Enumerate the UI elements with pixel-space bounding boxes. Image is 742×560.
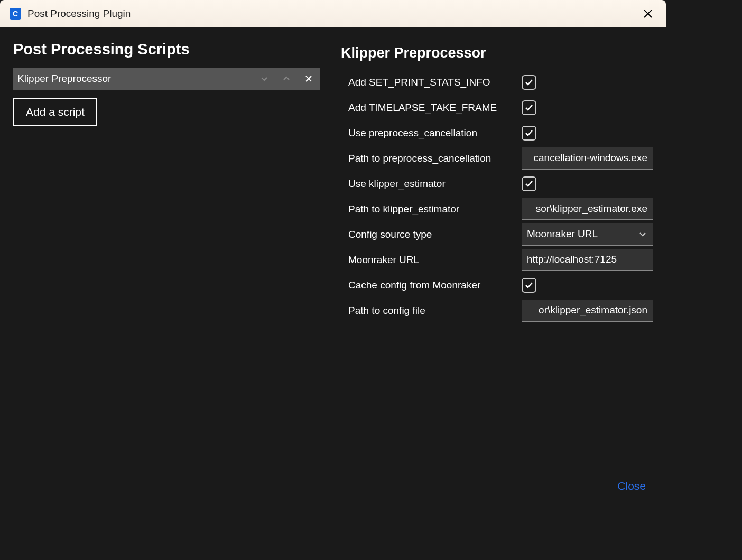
setting-label: Add SET_PRINT_STATS_INFO bbox=[348, 77, 522, 88]
window-close-button[interactable] bbox=[639, 5, 656, 22]
close-icon bbox=[304, 74, 313, 83]
chevron-down-icon bbox=[260, 74, 268, 83]
scripts-panel: Post Processing Scripts Klipper Preproce… bbox=[13, 41, 320, 454]
setting-label: Add TIMELAPSE_TAKE_FRAME bbox=[348, 102, 522, 114]
setting-row-add_set_print_stats_info: Add SET_PRINT_STATS_INFO bbox=[341, 70, 653, 95]
setting-label: Path to klipper_estimator bbox=[348, 203, 522, 215]
chevron-down-icon bbox=[638, 229, 647, 239]
add_timelapse_take_frame-checkbox[interactable] bbox=[522, 100, 536, 115]
script-remove-button[interactable] bbox=[298, 68, 320, 90]
setting-label: Path to config file bbox=[348, 305, 522, 316]
setting-label: Use klipper_estimator bbox=[348, 178, 522, 190]
setting-row-moonraker_url: Moonraker URL bbox=[341, 247, 653, 273]
setting-row-path_preprocess_cancellation: Path to preprocess_cancellation bbox=[341, 146, 653, 171]
script-row[interactable]: Klipper Preprocessor bbox=[13, 68, 320, 90]
setting-row-use_klipper_estimator: Use klipper_estimator bbox=[341, 171, 653, 197]
select-value: Moonraker URL bbox=[527, 228, 598, 240]
script-name: Klipper Preprocessor bbox=[17, 73, 253, 85]
script-move-up-button[interactable] bbox=[275, 68, 298, 90]
setting-label: Path to preprocess_cancellation bbox=[348, 153, 522, 164]
setting-row-path_config_file: Path to config file bbox=[341, 298, 653, 323]
config_source_type-select[interactable]: Moonraker URL bbox=[522, 223, 653, 246]
setting-row-path_klipper_estimator: Path to klipper_estimator bbox=[341, 197, 653, 222]
setting-row-add_timelapse_take_frame: Add TIMELAPSE_TAKE_FRAME bbox=[341, 95, 653, 120]
chevron-up-icon bbox=[282, 74, 291, 83]
setting-row-cache_config_moonraker: Cache config from Moonraker bbox=[341, 273, 653, 298]
use_klipper_estimator-checkbox[interactable] bbox=[522, 176, 536, 191]
setting-label: Use preprocess_cancellation bbox=[348, 127, 522, 139]
app-icon: C bbox=[10, 8, 21, 20]
settings-heading: Klipper Preprocessor bbox=[341, 45, 653, 61]
add_set_print_stats_info-checkbox[interactable] bbox=[522, 75, 536, 90]
titlebar: C Post Processing Plugin bbox=[0, 0, 666, 27]
path_klipper_estimator-input[interactable] bbox=[522, 198, 653, 220]
setting-label: Config source type bbox=[348, 229, 522, 240]
dialog-footer: Close bbox=[0, 468, 666, 505]
close-icon bbox=[643, 9, 653, 18]
path_config_file-input[interactable] bbox=[522, 300, 653, 322]
settings-panel: Klipper Preprocessor Add SET_PRINT_STATS… bbox=[341, 41, 653, 454]
scripts-heading: Post Processing Scripts bbox=[13, 41, 320, 58]
script-move-down-button[interactable] bbox=[253, 68, 275, 90]
window-title: Post Processing Plugin bbox=[27, 8, 131, 20]
close-button[interactable]: Close bbox=[617, 480, 646, 492]
add-script-button[interactable]: Add a script bbox=[13, 98, 97, 126]
cache_config_moonraker-checkbox[interactable] bbox=[522, 278, 536, 293]
use_preprocess_cancellation-checkbox[interactable] bbox=[522, 126, 536, 141]
setting-label: Cache config from Moonraker bbox=[348, 279, 522, 291]
setting-row-config_source_type: Config source typeMoonraker URL bbox=[341, 222, 653, 247]
setting-label: Moonraker URL bbox=[348, 254, 522, 266]
setting-row-use_preprocess_cancellation: Use preprocess_cancellation bbox=[341, 120, 653, 146]
moonraker_url-input[interactable] bbox=[522, 249, 653, 271]
path_preprocess_cancellation-input[interactable] bbox=[522, 147, 653, 170]
